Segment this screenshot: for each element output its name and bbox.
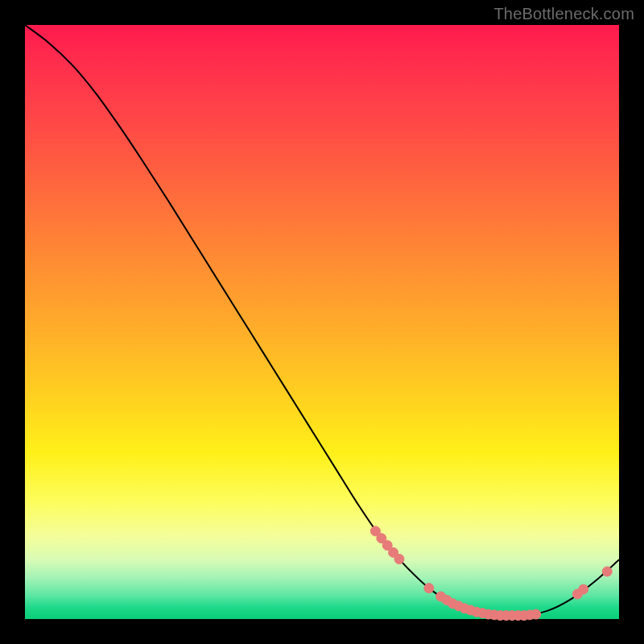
chart-svg (25, 25, 619, 619)
chart-frame: TheBottleneck.com (0, 0, 644, 644)
data-marker (602, 567, 612, 576)
bottleneck-curve-path (25, 25, 619, 616)
plot-area (25, 25, 619, 619)
data-marker (394, 554, 404, 564)
data-marker (579, 584, 588, 594)
marker-group (370, 526, 612, 621)
watermark-text: TheBottleneck.com (493, 5, 634, 23)
data-marker (424, 584, 434, 593)
data-marker (531, 609, 541, 619)
